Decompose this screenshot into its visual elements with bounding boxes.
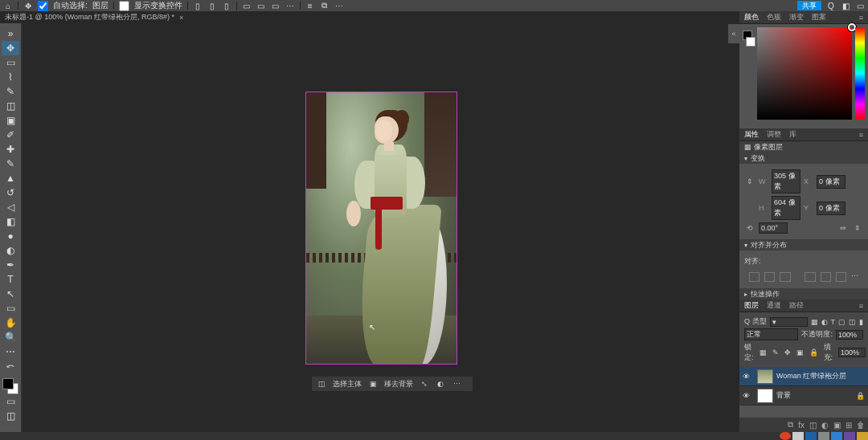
dodge-tool[interactable]: ◐	[2, 243, 19, 258]
height-input[interactable]: 604 像素	[772, 196, 800, 220]
tab-color[interactable]: 颜色	[744, 12, 759, 22]
tab-layers[interactable]: 图层	[744, 300, 759, 311]
align-center-h-button[interactable]	[764, 272, 775, 282]
adjustment-layer-icon[interactable]: ◐	[821, 421, 829, 430]
brush-tool[interactable]: ✎	[2, 157, 19, 171]
frame-tool[interactable]: ▣	[2, 113, 19, 128]
filter-adjust-icon[interactable]: ◐	[821, 318, 828, 326]
layer-style-icon[interactable]: fx	[798, 421, 805, 430]
align-center-v-button[interactable]	[821, 272, 831, 282]
lock-position-icon[interactable]: ✥	[784, 348, 791, 356]
healing-brush-tool[interactable]: ✚	[2, 142, 19, 157]
align-bottom-icon[interactable]: ▭	[271, 1, 280, 10]
lasso-tool[interactable]: ⌇	[2, 70, 19, 84]
home-icon[interactable]: ⌂	[3, 1, 13, 10]
layer-item[interactable]: 👁 背景 🔒	[739, 386, 868, 405]
collapse-panels-button[interactable]: «	[728, 24, 739, 43]
zoom-tool[interactable]: 🔍	[2, 330, 19, 344]
align-section[interactable]: ▾ 对齐并分布	[739, 239, 868, 251]
width-input[interactable]: 305 像素	[772, 169, 800, 194]
lock-icon[interactable]: 🔒	[856, 392, 865, 400]
panel-menu-icon[interactable]: ≡	[859, 14, 863, 22]
pen-tool[interactable]: ✒	[2, 258, 19, 272]
tray-icon[interactable]	[818, 432, 829, 440]
hand-tool[interactable]: ✋	[2, 316, 19, 330]
color-swatches[interactable]	[2, 378, 18, 394]
blend-mode-dropdown[interactable]: 正常	[744, 328, 798, 340]
ctb-adjust-icon[interactable]: ◐	[436, 379, 445, 389]
blur-tool[interactable]: ●	[2, 229, 19, 243]
quick-actions-section[interactable]: ▸ 快速操作	[739, 288, 868, 299]
3d-mode-icon[interactable]: ⧉	[320, 1, 330, 10]
x-input[interactable]: 0 像素	[817, 175, 845, 189]
layer-filter-dropdown[interactable]: ▾	[770, 317, 808, 327]
move-tool-icon[interactable]: ✥	[23, 1, 33, 10]
tab-swatches[interactable]: 色板	[767, 12, 781, 22]
visibility-toggle-icon[interactable]: 👁	[743, 373, 754, 381]
toolbox-more-icon[interactable]: ⋯	[2, 344, 19, 359]
lock-artboard-icon[interactable]: ▣	[796, 348, 804, 356]
fill-input[interactable]: 100%	[838, 348, 866, 357]
tray-icon[interactable]	[831, 432, 842, 440]
group-icon[interactable]: ▣	[833, 421, 841, 430]
tab-properties[interactable]: 属性	[744, 129, 759, 140]
clone-stamp-tool[interactable]: ▲	[2, 171, 19, 185]
layer-thumbnail[interactable]	[757, 369, 773, 384]
tray-icon[interactable]	[805, 432, 817, 440]
align-right-button[interactable]	[780, 272, 790, 282]
align-more-icon[interactable]: ⋯	[851, 272, 858, 282]
ctb-more-icon[interactable]: ⋯	[452, 379, 461, 389]
filter-shape-icon[interactable]: ▢	[838, 318, 845, 326]
panel-menu-icon[interactable]: ≡	[859, 131, 863, 139]
y-input[interactable]: 0 像素	[817, 202, 845, 215]
document-tab[interactable]: 未标题-1 @ 100% (Woman 红带绿袍分层, RGB/8#) *	[5, 12, 174, 22]
align-left-button[interactable]	[749, 272, 760, 282]
tray-icon[interactable]	[792, 432, 804, 440]
foreground-color-swatch[interactable]	[2, 378, 14, 389]
search-icon[interactable]: Q	[826, 1, 836, 10]
auto-select-dropdown[interactable]: 图层	[92, 0, 108, 11]
tray-icon[interactable]	[780, 432, 791, 440]
transform-section[interactable]: ▾ 变换	[739, 153, 868, 164]
color-field[interactable]	[757, 27, 852, 120]
distribute-icon[interactable]: ≡	[305, 1, 315, 10]
tray-icon[interactable]	[857, 432, 868, 440]
lock-pixels-icon[interactable]: ✎	[772, 348, 779, 356]
workspace-icon[interactable]: ◧	[841, 1, 850, 10]
canvas[interactable]: ↖	[305, 92, 457, 365]
window-icon[interactable]: ▭	[855, 1, 865, 10]
ctb-transform-icon[interactable]: ⤡	[420, 379, 429, 389]
align-center-h-icon[interactable]: ▯	[207, 1, 217, 10]
align-right-icon[interactable]: ▯	[222, 1, 231, 10]
tab-paths[interactable]: 路径	[789, 300, 804, 311]
screen-mode-tool[interactable]: ▭	[2, 394, 19, 409]
new-layer-icon[interactable]: ⊞	[845, 421, 852, 430]
layer-item[interactable]: 👁 Woman 红带绿袍分层	[739, 367, 868, 386]
swap-colors-icon[interactable]: ⤺	[2, 359, 19, 373]
select-subject-button[interactable]: 选择主体	[333, 379, 362, 389]
quick-mask-tool[interactable]: ◫	[2, 409, 19, 423]
picker-bg-swatch[interactable]	[746, 37, 755, 47]
lock-all-icon[interactable]: 🔒	[809, 348, 818, 356]
filter-pixel-icon[interactable]: ▦	[811, 318, 818, 326]
lock-transparency-icon[interactable]: ▦	[760, 348, 767, 356]
link-wh-icon[interactable]: ⇕	[744, 176, 755, 187]
share-button[interactable]: 共享	[797, 1, 821, 10]
auto-select-checkbox[interactable]	[38, 1, 48, 11]
path-selection-tool[interactable]: ↖	[2, 287, 19, 301]
layer-mask-icon[interactable]: ◫	[809, 421, 817, 430]
tab-adjustments[interactable]: 调整	[767, 129, 781, 140]
filter-smart-icon[interactable]: ◫	[849, 318, 856, 326]
align-bottom-button[interactable]	[836, 272, 846, 282]
eraser-tool[interactable]: ◁	[2, 200, 19, 214]
filter-type-icon[interactable]: T	[831, 318, 836, 326]
filter-toggle-icon[interactable]: ▮	[859, 318, 863, 326]
toolbox-chevron-icon[interactable]: »	[2, 26, 19, 41]
opacity-input[interactable]: 100%	[836, 330, 863, 340]
marquee-tool[interactable]: ▭	[2, 55, 19, 70]
flip-h-icon[interactable]: ⇔	[837, 222, 849, 234]
align-more-icon[interactable]: ⋯	[285, 1, 295, 10]
hue-slider[interactable]	[855, 27, 865, 120]
align-top-icon[interactable]: ▭	[242, 1, 252, 10]
eyedropper-tool[interactable]: ✐	[2, 128, 19, 142]
